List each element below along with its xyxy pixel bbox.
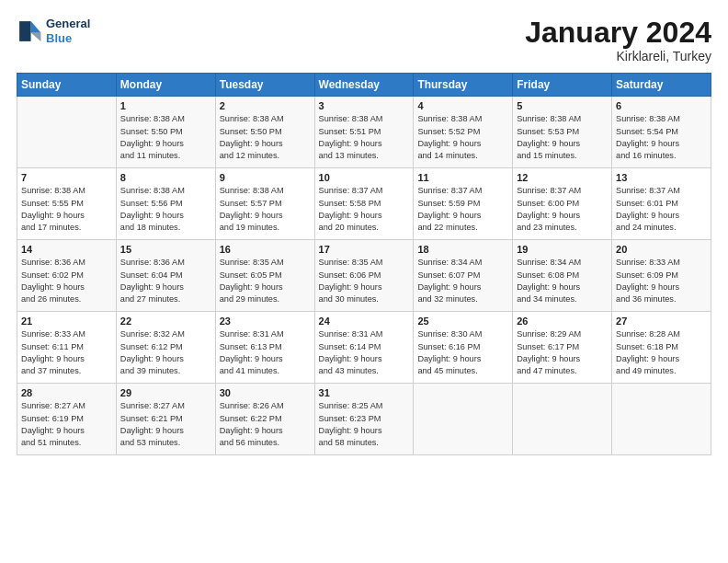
day-number: 12 [517,172,608,183]
day-info: Sunrise: 8:37 AMSunset: 6:01 PMDaylight:… [616,185,707,234]
day-number: 9 [220,172,311,183]
day-info: Sunrise: 8:36 AMSunset: 6:04 PMDaylight:… [120,257,211,305]
location-subtitle: Kirklareli, Turkey [525,49,711,63]
day-info: Sunrise: 8:32 AMSunset: 6:12 PMDaylight:… [120,328,211,377]
day-info: Sunrise: 8:38 AMSunset: 5:53 PMDaylight:… [517,113,608,162]
logo-icon [17,18,42,44]
calendar-cell: 5Sunrise: 8:38 AMSunset: 5:53 PMDaylight… [513,97,612,168]
calendar-cell: 12Sunrise: 8:37 AMSunset: 6:00 PMDayligh… [513,168,612,240]
day-info: Sunrise: 8:28 AMSunset: 6:18 PMDaylight:… [616,328,707,377]
day-number: 26 [517,316,608,327]
calendar-cell: 3Sunrise: 8:38 AMSunset: 5:51 PMDaylight… [314,97,414,168]
header-tuesday: Tuesday [215,74,314,97]
day-info: Sunrise: 8:33 AMSunset: 6:09 PMDaylight:… [616,257,707,305]
svg-marker-1 [31,32,41,40]
calendar-cell: 25Sunrise: 8:30 AMSunset: 6:16 PMDayligh… [414,312,513,384]
svg-rect-2 [19,21,30,41]
day-number: 4 [417,100,508,111]
calendar-cell: 7Sunrise: 8:38 AMSunset: 5:55 PMDaylight… [17,168,117,240]
calendar-cell: 10Sunrise: 8:37 AMSunset: 5:58 PMDayligh… [314,168,414,240]
day-info: Sunrise: 8:38 AMSunset: 5:52 PMDaylight:… [417,113,508,162]
day-info: Sunrise: 8:29 AMSunset: 6:17 PMDaylight:… [517,328,608,377]
day-info: Sunrise: 8:38 AMSunset: 5:57 PMDaylight:… [220,185,311,234]
day-info: Sunrise: 8:35 AMSunset: 6:06 PMDaylight:… [319,257,410,305]
day-info: Sunrise: 8:36 AMSunset: 6:02 PMDaylight:… [21,257,112,305]
day-number: 15 [120,244,211,255]
day-info: Sunrise: 8:27 AMSunset: 6:19 PMDaylight:… [21,400,112,449]
svg-marker-0 [31,21,41,32]
day-number: 11 [417,172,508,183]
day-number: 22 [120,316,211,327]
day-info: Sunrise: 8:38 AMSunset: 5:51 PMDaylight:… [319,113,410,162]
calendar-week-3: 14Sunrise: 8:36 AMSunset: 6:02 PMDayligh… [17,240,711,312]
day-info: Sunrise: 8:38 AMSunset: 5:50 PMDaylight:… [120,113,211,162]
day-number: 27 [616,316,707,327]
calendar-cell: 29Sunrise: 8:27 AMSunset: 6:21 PMDayligh… [116,384,215,455]
day-number: 30 [220,387,311,398]
calendar-cell: 8Sunrise: 8:38 AMSunset: 5:56 PMDaylight… [116,168,215,240]
calendar-cell [612,384,711,455]
calendar-cell: 23Sunrise: 8:31 AMSunset: 6:13 PMDayligh… [215,312,314,384]
month-title: January 2024 [525,17,711,49]
header-monday: Monday [116,74,215,97]
calendar-week-2: 7Sunrise: 8:38 AMSunset: 5:55 PMDaylight… [17,168,711,240]
calendar-cell: 17Sunrise: 8:35 AMSunset: 6:06 PMDayligh… [314,240,414,312]
calendar-cell: 22Sunrise: 8:32 AMSunset: 6:12 PMDayligh… [116,312,215,384]
calendar-cell: 20Sunrise: 8:33 AMSunset: 6:09 PMDayligh… [612,240,711,312]
day-number: 19 [517,244,608,255]
day-info: Sunrise: 8:26 AMSunset: 6:22 PMDaylight:… [220,400,311,449]
day-info: Sunrise: 8:37 AMSunset: 5:59 PMDaylight:… [417,185,508,234]
calendar-cell: 31Sunrise: 8:25 AMSunset: 6:23 PMDayligh… [314,384,414,455]
day-number: 2 [220,100,311,111]
calendar-cell: 18Sunrise: 8:34 AMSunset: 6:07 PMDayligh… [414,240,513,312]
day-info: Sunrise: 8:38 AMSunset: 5:55 PMDaylight:… [21,185,112,234]
day-number: 20 [616,244,707,255]
day-number: 7 [21,172,112,183]
calendar-cell: 6Sunrise: 8:38 AMSunset: 5:54 PMDaylight… [612,97,711,168]
calendar-cell: 14Sunrise: 8:36 AMSunset: 6:02 PMDayligh… [17,240,117,312]
calendar-cell: 27Sunrise: 8:28 AMSunset: 6:18 PMDayligh… [612,312,711,384]
day-info: Sunrise: 8:31 AMSunset: 6:13 PMDaylight:… [220,328,311,377]
day-info: Sunrise: 8:35 AMSunset: 6:05 PMDaylight:… [220,257,311,305]
day-number: 13 [616,172,707,183]
day-number: 17 [319,244,410,255]
calendar-cell: 1Sunrise: 8:38 AMSunset: 5:50 PMDaylight… [116,97,215,168]
header: General Blue January 2024 Kirklareli, Tu… [17,17,711,63]
calendar-cell: 15Sunrise: 8:36 AMSunset: 6:04 PMDayligh… [116,240,215,312]
day-number: 1 [120,100,211,111]
calendar-cell: 13Sunrise: 8:37 AMSunset: 6:01 PMDayligh… [612,168,711,240]
calendar-cell: 19Sunrise: 8:34 AMSunset: 6:08 PMDayligh… [513,240,612,312]
calendar-week-5: 28Sunrise: 8:27 AMSunset: 6:19 PMDayligh… [17,384,711,455]
day-number: 23 [220,316,311,327]
calendar-body: 1Sunrise: 8:38 AMSunset: 5:50 PMDaylight… [17,97,711,455]
calendar-cell: 30Sunrise: 8:26 AMSunset: 6:22 PMDayligh… [215,384,314,455]
header-row: Sunday Monday Tuesday Wednesday Thursday… [17,74,711,97]
day-number: 18 [417,244,508,255]
calendar-cell [414,384,513,455]
calendar-cell [513,384,612,455]
calendar-cell: 21Sunrise: 8:33 AMSunset: 6:11 PMDayligh… [17,312,117,384]
logo-text: General Blue [46,17,90,45]
day-number: 29 [120,387,211,398]
calendar-cell [17,97,117,168]
calendar-header: Sunday Monday Tuesday Wednesday Thursday… [17,74,711,97]
day-info: Sunrise: 8:34 AMSunset: 6:07 PMDaylight:… [417,257,508,305]
page: General Blue January 2024 Kirklareli, Tu… [0,0,728,563]
calendar-cell: 4Sunrise: 8:38 AMSunset: 5:52 PMDaylight… [414,97,513,168]
calendar-cell: 24Sunrise: 8:31 AMSunset: 6:14 PMDayligh… [314,312,414,384]
calendar-cell: 9Sunrise: 8:38 AMSunset: 5:57 PMDaylight… [215,168,314,240]
day-number: 16 [220,244,311,255]
header-saturday: Saturday [612,74,711,97]
day-info: Sunrise: 8:25 AMSunset: 6:23 PMDaylight:… [319,400,410,449]
day-info: Sunrise: 8:27 AMSunset: 6:21 PMDaylight:… [120,400,211,449]
calendar-cell: 28Sunrise: 8:27 AMSunset: 6:19 PMDayligh… [17,384,117,455]
day-number: 24 [319,316,410,327]
day-info: Sunrise: 8:38 AMSunset: 5:50 PMDaylight:… [220,113,311,162]
calendar-week-4: 21Sunrise: 8:33 AMSunset: 6:11 PMDayligh… [17,312,711,384]
header-friday: Friday [513,74,612,97]
day-number: 31 [319,387,410,398]
day-number: 3 [319,100,410,111]
header-wednesday: Wednesday [314,74,414,97]
day-number: 10 [319,172,410,183]
day-number: 6 [616,100,707,111]
